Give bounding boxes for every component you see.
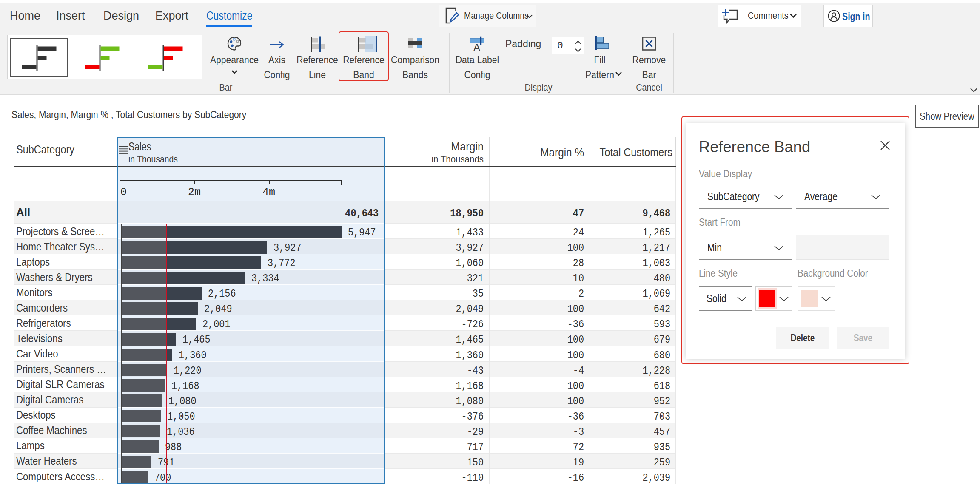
svg-text:A: A <box>473 42 480 51</box>
